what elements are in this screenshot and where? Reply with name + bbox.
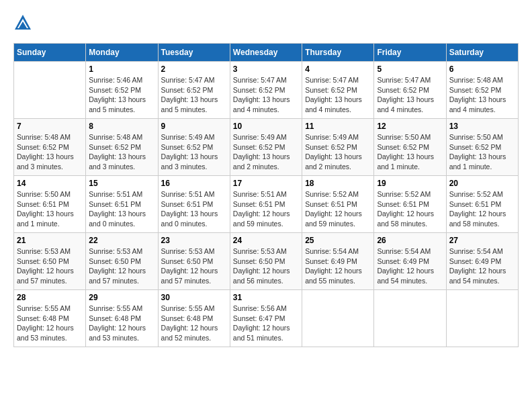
calendar-body: 1Sunrise: 5:46 AMSunset: 6:52 PMDaylight… — [14, 62, 519, 347]
day-number: 17 — [233, 179, 299, 188]
day-info: Sunrise: 5:52 AMSunset: 6:51 PMDaylight:… — [377, 189, 443, 229]
week-row-2: 7Sunrise: 5:48 AMSunset: 6:52 PMDaylight… — [14, 119, 519, 176]
day-info: Sunrise: 5:54 AMSunset: 6:49 PMDaylight:… — [449, 246, 515, 286]
day-info: Sunrise: 5:51 AMSunset: 6:51 PMDaylight:… — [233, 189, 299, 229]
day-number: 9 — [161, 122, 227, 131]
calendar-cell: 3Sunrise: 5:47 AMSunset: 6:52 PMDaylight… — [230, 62, 302, 119]
day-info: Sunrise: 5:47 AMSunset: 6:52 PMDaylight:… — [305, 75, 371, 115]
day-info: Sunrise: 5:47 AMSunset: 6:52 PMDaylight:… — [233, 75, 299, 115]
day-number: 1 — [89, 64, 154, 74]
day-info: Sunrise: 5:53 AMSunset: 6:50 PMDaylight:… — [233, 246, 299, 286]
column-header-friday: Friday — [374, 44, 446, 62]
day-info: Sunrise: 5:50 AMSunset: 6:52 PMDaylight:… — [449, 132, 515, 172]
calendar-cell: 5Sunrise: 5:47 AMSunset: 6:52 PMDaylight… — [374, 62, 446, 119]
calendar-cell — [446, 290, 518, 347]
day-info: Sunrise: 5:50 AMSunset: 6:52 PMDaylight:… — [377, 132, 443, 172]
calendar-cell: 10Sunrise: 5:49 AMSunset: 6:52 PMDayligh… — [230, 119, 302, 176]
column-header-thursday: Thursday — [302, 44, 374, 62]
calendar-cell: 28Sunrise: 5:55 AMSunset: 6:48 PMDayligh… — [14, 290, 86, 347]
calendar-cell: 11Sunrise: 5:49 AMSunset: 6:52 PMDayligh… — [302, 119, 374, 176]
column-header-monday: Monday — [86, 44, 158, 62]
column-header-wednesday: Wednesday — [230, 44, 302, 62]
day-number: 25 — [305, 236, 371, 245]
calendar-cell: 8Sunrise: 5:48 AMSunset: 6:52 PMDaylight… — [86, 119, 158, 176]
calendar-cell — [374, 290, 446, 347]
day-number: 31 — [233, 293, 299, 302]
day-number: 5 — [377, 64, 443, 74]
day-info: Sunrise: 5:53 AMSunset: 6:50 PMDaylight:… — [89, 246, 154, 286]
calendar-cell: 15Sunrise: 5:51 AMSunset: 6:51 PMDayligh… — [86, 176, 158, 233]
day-info: Sunrise: 5:53 AMSunset: 6:50 PMDaylight:… — [17, 246, 83, 286]
day-info: Sunrise: 5:55 AMSunset: 6:48 PMDaylight:… — [161, 304, 227, 343]
day-number: 4 — [305, 64, 371, 74]
calendar-table: SundayMondayTuesdayWednesdayThursdayFrid… — [13, 43, 519, 347]
day-number: 27 — [449, 236, 515, 245]
day-info: Sunrise: 5:52 AMSunset: 6:51 PMDaylight:… — [449, 189, 515, 229]
day-info: Sunrise: 5:48 AMSunset: 6:52 PMDaylight:… — [449, 75, 515, 115]
day-info: Sunrise: 5:54 AMSunset: 6:49 PMDaylight:… — [377, 246, 443, 286]
week-row-1: 1Sunrise: 5:46 AMSunset: 6:52 PMDaylight… — [14, 62, 519, 119]
day-info: Sunrise: 5:56 AMSunset: 6:47 PMDaylight:… — [233, 304, 299, 343]
calendar-cell: 12Sunrise: 5:50 AMSunset: 6:52 PMDayligh… — [374, 119, 446, 176]
calendar-cell: 26Sunrise: 5:54 AMSunset: 6:49 PMDayligh… — [374, 233, 446, 290]
day-number: 3 — [233, 64, 299, 74]
day-number: 10 — [233, 122, 299, 131]
calendar-cell: 2Sunrise: 5:47 AMSunset: 6:52 PMDaylight… — [158, 62, 230, 119]
calendar-cell: 23Sunrise: 5:53 AMSunset: 6:50 PMDayligh… — [158, 233, 230, 290]
day-number: 23 — [161, 236, 227, 245]
calendar-cell: 20Sunrise: 5:52 AMSunset: 6:51 PMDayligh… — [446, 176, 518, 233]
calendar-cell: 4Sunrise: 5:47 AMSunset: 6:52 PMDaylight… — [302, 62, 374, 119]
calendar-cell: 31Sunrise: 5:56 AMSunset: 6:47 PMDayligh… — [230, 290, 302, 347]
day-info: Sunrise: 5:52 AMSunset: 6:51 PMDaylight:… — [305, 189, 371, 229]
day-info: Sunrise: 5:49 AMSunset: 6:52 PMDaylight:… — [161, 132, 227, 172]
column-header-sunday: Sunday — [14, 44, 86, 62]
calendar-cell: 14Sunrise: 5:50 AMSunset: 6:51 PMDayligh… — [14, 176, 86, 233]
calendar-cell — [302, 290, 374, 347]
calendar-cell: 9Sunrise: 5:49 AMSunset: 6:52 PMDaylight… — [158, 119, 230, 176]
calendar-cell: 29Sunrise: 5:55 AMSunset: 6:48 PMDayligh… — [86, 290, 158, 347]
header-row: SundayMondayTuesdayWednesdayThursdayFrid… — [14, 44, 519, 62]
page-header — [13, 13, 519, 32]
day-number: 14 — [17, 179, 83, 188]
day-info: Sunrise: 5:46 AMSunset: 6:52 PMDaylight:… — [89, 75, 154, 115]
day-info: Sunrise: 5:48 AMSunset: 6:52 PMDaylight:… — [17, 132, 83, 172]
day-number: 21 — [17, 236, 83, 245]
week-row-3: 14Sunrise: 5:50 AMSunset: 6:51 PMDayligh… — [14, 176, 519, 233]
day-number: 2 — [161, 64, 227, 74]
week-row-4: 21Sunrise: 5:53 AMSunset: 6:50 PMDayligh… — [14, 233, 519, 290]
calendar-cell — [14, 62, 86, 119]
day-number: 11 — [305, 122, 371, 131]
logo — [13, 13, 35, 32]
logo-icon — [13, 13, 32, 32]
day-number: 22 — [89, 236, 154, 245]
day-info: Sunrise: 5:47 AMSunset: 6:52 PMDaylight:… — [377, 75, 443, 115]
calendar-cell: 24Sunrise: 5:53 AMSunset: 6:50 PMDayligh… — [230, 233, 302, 290]
calendar-header: SundayMondayTuesdayWednesdayThursdayFrid… — [14, 44, 519, 62]
day-info: Sunrise: 5:53 AMSunset: 6:50 PMDaylight:… — [161, 246, 227, 286]
day-number: 19 — [377, 179, 443, 188]
day-number: 26 — [377, 236, 443, 245]
calendar-cell: 21Sunrise: 5:53 AMSunset: 6:50 PMDayligh… — [14, 233, 86, 290]
week-row-5: 28Sunrise: 5:55 AMSunset: 6:48 PMDayligh… — [14, 290, 519, 347]
calendar-cell: 25Sunrise: 5:54 AMSunset: 6:49 PMDayligh… — [302, 233, 374, 290]
day-info: Sunrise: 5:47 AMSunset: 6:52 PMDaylight:… — [161, 75, 227, 115]
day-info: Sunrise: 5:55 AMSunset: 6:48 PMDaylight:… — [89, 304, 154, 343]
day-info: Sunrise: 5:50 AMSunset: 6:51 PMDaylight:… — [17, 189, 83, 229]
day-number: 24 — [233, 236, 299, 245]
day-info: Sunrise: 5:51 AMSunset: 6:51 PMDaylight:… — [161, 189, 227, 229]
calendar-cell: 18Sunrise: 5:52 AMSunset: 6:51 PMDayligh… — [302, 176, 374, 233]
day-number: 16 — [161, 179, 227, 188]
day-number: 8 — [89, 122, 154, 131]
day-number: 20 — [449, 179, 515, 188]
day-number: 18 — [305, 179, 371, 188]
day-info: Sunrise: 5:49 AMSunset: 6:52 PMDaylight:… — [305, 132, 371, 172]
day-number: 6 — [449, 64, 515, 74]
calendar-cell: 27Sunrise: 5:54 AMSunset: 6:49 PMDayligh… — [446, 233, 518, 290]
calendar-cell: 22Sunrise: 5:53 AMSunset: 6:50 PMDayligh… — [86, 233, 158, 290]
calendar-cell: 17Sunrise: 5:51 AMSunset: 6:51 PMDayligh… — [230, 176, 302, 233]
day-info: Sunrise: 5:54 AMSunset: 6:49 PMDaylight:… — [305, 246, 371, 286]
day-info: Sunrise: 5:51 AMSunset: 6:51 PMDaylight:… — [89, 189, 154, 229]
day-number: 15 — [89, 179, 154, 188]
day-number: 13 — [449, 122, 515, 131]
day-number: 7 — [17, 122, 83, 131]
